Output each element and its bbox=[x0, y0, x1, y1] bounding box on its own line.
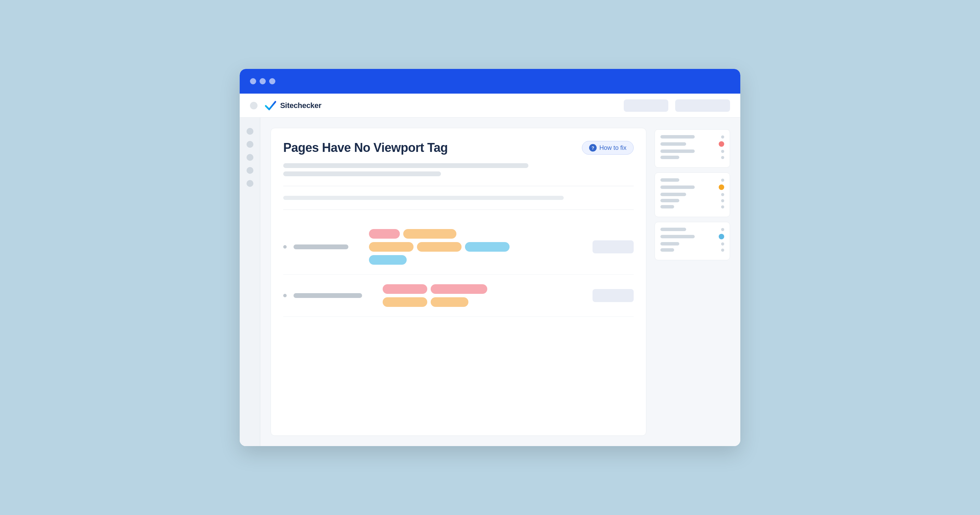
content-area: Pages Have No Viewport Tag ? How to fix bbox=[260, 118, 740, 446]
rs-bar bbox=[660, 248, 674, 252]
rs-mini-dot bbox=[721, 242, 724, 245]
rs-row-3-3 bbox=[660, 242, 724, 245]
row-label-2 bbox=[294, 293, 362, 298]
rs-row-1-1 bbox=[660, 135, 724, 138]
rs-bar bbox=[660, 135, 695, 138]
rs-mini-dot bbox=[721, 156, 724, 159]
description-bar-2 bbox=[283, 172, 441, 176]
rs-mini-dot bbox=[721, 205, 724, 208]
tag-orange-l bbox=[431, 297, 468, 307]
traffic-light-3 bbox=[269, 78, 275, 84]
table-row-2 bbox=[283, 275, 634, 317]
rs-row-1-4 bbox=[660, 156, 724, 159]
sidebar-dot-2 bbox=[247, 141, 253, 148]
tag-pink-s bbox=[369, 229, 400, 238]
rs-bar bbox=[660, 142, 686, 146]
tags-row-1-3 bbox=[369, 255, 407, 265]
nav-btn-1[interactable] bbox=[624, 99, 668, 112]
row-action-2[interactable] bbox=[592, 289, 634, 302]
tags-row-2-2 bbox=[383, 297, 468, 307]
rs-bar bbox=[660, 178, 679, 182]
logo-area: Sitechecker bbox=[264, 100, 321, 111]
tags-cluster-2 bbox=[383, 284, 585, 307]
page-header: Pages Have No Viewport Tag ? How to fix bbox=[283, 141, 634, 155]
tag-orange-m-1 bbox=[369, 242, 414, 252]
rs-bar bbox=[660, 156, 679, 159]
left-sidebar bbox=[240, 118, 260, 446]
rs-bar bbox=[660, 199, 679, 202]
tag-pink-m bbox=[383, 284, 427, 294]
sidebar-dot-1 bbox=[247, 128, 253, 135]
sidebar-dot-3 bbox=[247, 154, 253, 161]
description-bar-1 bbox=[283, 163, 528, 168]
rs-dot-blue bbox=[719, 234, 724, 239]
help-icon: ? bbox=[589, 144, 597, 151]
rs-bar bbox=[660, 186, 695, 189]
rs-mini-dot bbox=[721, 193, 724, 196]
browser-window: Sitechecker bbox=[240, 69, 740, 446]
sidebar-dot-5 bbox=[247, 180, 253, 187]
rs-row-2-5 bbox=[660, 205, 724, 208]
rs-group-2 bbox=[655, 172, 730, 217]
rs-dot-red bbox=[719, 141, 724, 147]
rs-mini-dot bbox=[721, 199, 724, 202]
browser-titlebar bbox=[240, 69, 740, 94]
rs-group-1 bbox=[655, 129, 730, 168]
tag-orange-xl bbox=[403, 229, 457, 238]
traffic-light-1 bbox=[250, 78, 256, 84]
rs-bar bbox=[660, 228, 686, 231]
browser-body: Sitechecker bbox=[240, 94, 740, 446]
tags-cluster-1 bbox=[369, 229, 585, 265]
nav-circle bbox=[250, 102, 258, 110]
rs-row-2-2 bbox=[660, 184, 724, 190]
divider-2 bbox=[283, 210, 634, 210]
rs-row-1-2 bbox=[660, 141, 724, 147]
main-layout: Pages Have No Viewport Tag ? How to fix bbox=[240, 118, 740, 446]
nav-bar: Sitechecker bbox=[240, 94, 740, 118]
row-indicator-1 bbox=[283, 245, 287, 249]
right-sidebar bbox=[655, 128, 730, 436]
table-row bbox=[283, 219, 634, 275]
rs-bar bbox=[660, 235, 695, 238]
rs-row-3-1 bbox=[660, 228, 724, 231]
tags-row-1-1 bbox=[369, 229, 457, 238]
table-header bbox=[283, 196, 564, 200]
row-action-1[interactable] bbox=[592, 240, 634, 253]
rs-row-3-2 bbox=[660, 234, 724, 239]
rs-row-2-1 bbox=[660, 178, 724, 182]
how-to-fix-label: How to fix bbox=[600, 145, 627, 151]
logo-text: Sitechecker bbox=[280, 101, 321, 110]
tags-row-1-2 bbox=[369, 242, 509, 252]
rs-row-2-4 bbox=[660, 199, 724, 202]
row-label-1 bbox=[294, 245, 348, 249]
rs-mini-dot bbox=[721, 228, 724, 231]
page-title: Pages Have No Viewport Tag bbox=[283, 141, 448, 155]
rs-dot-orange bbox=[719, 184, 724, 190]
rs-group-3 bbox=[655, 222, 730, 260]
tags-row-2-1 bbox=[383, 284, 487, 294]
logo-icon bbox=[264, 100, 277, 111]
rs-bar bbox=[660, 205, 674, 208]
rs-bar bbox=[660, 242, 679, 245]
row-indicator-2 bbox=[283, 294, 287, 297]
rs-row-2-3 bbox=[660, 193, 724, 196]
nav-btn-2[interactable] bbox=[675, 99, 730, 112]
rs-mini-dot bbox=[721, 135, 724, 138]
rs-bar bbox=[660, 193, 686, 196]
tag-orange-m-2 bbox=[417, 242, 461, 252]
how-to-fix-button[interactable]: ? How to fix bbox=[582, 141, 634, 155]
rs-mini-dot bbox=[721, 249, 724, 252]
rs-row-1-3 bbox=[660, 149, 724, 153]
tag-orange-m-3 bbox=[383, 297, 427, 307]
rs-row-3-4 bbox=[660, 248, 724, 252]
sidebar-dot-4 bbox=[247, 167, 253, 174]
traffic-light-2 bbox=[259, 78, 266, 84]
rs-mini-dot bbox=[721, 150, 724, 153]
traffic-lights bbox=[250, 78, 275, 84]
tag-blue-m-1 bbox=[465, 242, 509, 252]
rs-bar bbox=[660, 149, 695, 153]
tag-pink-xl bbox=[431, 284, 487, 294]
tag-blue-l bbox=[369, 255, 407, 265]
main-panel: Pages Have No Viewport Tag ? How to fix bbox=[270, 128, 646, 436]
rs-mini-dot bbox=[721, 179, 724, 182]
